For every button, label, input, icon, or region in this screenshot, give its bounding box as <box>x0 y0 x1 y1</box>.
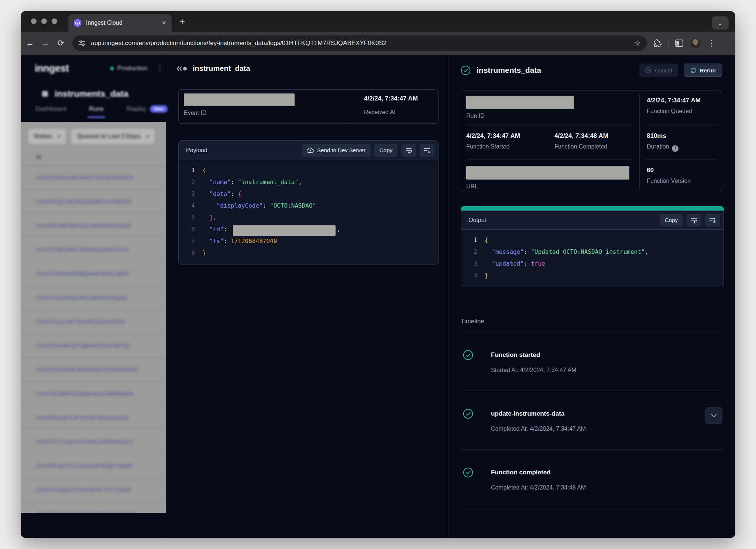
run-id-link[interactable]: 01HTFEG3FVJP7FZJP7EASXN3JR <box>36 415 128 421</box>
function-tabs: DashboardRunsReplayNew <box>21 105 166 122</box>
run-id-link[interactable]: 01HTFCR9KAPQP0R8PZK3MQNMXB <box>36 511 135 513</box>
redacted-url <box>466 166 629 180</box>
line-number: 2 <box>461 246 477 258</box>
close-window-button[interactable] <box>31 18 37 24</box>
send-button-label: Send to Dev Server <box>317 147 365 153</box>
tab-runs[interactable]: Runs <box>89 105 104 118</box>
chevron-down-icon: ▾ <box>147 134 149 139</box>
window-controls <box>31 18 57 24</box>
run-id-link[interactable]: 01HTFJ3B1PB27EWGK5Z086JYC8 <box>36 246 128 253</box>
cancel-button[interactable]: Cancel <box>639 64 678 77</box>
run-id-row[interactable]: 01HTFJ1DA6Q238SJWNH1E8Q2Q <box>21 285 166 309</box>
side-panel-icon[interactable] <box>675 40 683 47</box>
tab-dashboard[interactable]: Dashboard <box>35 105 66 118</box>
minimize-window-button[interactable] <box>41 18 47 24</box>
time-range-filter[interactable]: Queued in Last 3 Days ▾ <box>71 129 155 144</box>
send-to-dev-server-button[interactable]: Send to Dev Server <box>302 144 371 157</box>
inngest-logo[interactable]: inngest <box>35 63 69 74</box>
event-panel: instrument_data Event ID 4/2/24, 7:34:47… <box>166 55 449 538</box>
function-queued-label: Function Queued <box>647 108 692 114</box>
run-id-row[interactable]: 01HTFHXGR0CWNHSWY8TSNAVGRC <box>21 357 166 381</box>
chevron-updown-icon: ˄˅ <box>158 64 161 72</box>
timeline-item-detail: Completed At: 4/2/2024, 7:34:47 AM <box>491 426 724 432</box>
run-id-row[interactable]: 01HTFJ3B1PB27EWGK5Z086JYC8 <box>21 237 166 261</box>
run-id-row[interactable]: 01HTFG3BKPQSR0E4AS10BRARRN <box>21 381 166 405</box>
status-filter[interactable]: Status ▾ <box>28 129 66 144</box>
event-stream-icon <box>176 66 188 72</box>
tab-label: Runs <box>89 105 104 113</box>
run-details-card: Run ID 4/2/24, 7:34:47 AM Function Queue… <box>461 91 722 192</box>
tab-close-icon[interactable]: ✕ <box>162 20 166 26</box>
zoom-window-button[interactable] <box>52 18 57 24</box>
copy-payload-button[interactable]: Copy <box>374 144 398 157</box>
timeline-item-detail: Completed At: 4/2/2024, 7:34:48 AM <box>491 484 724 491</box>
run-id-link[interactable]: 01HTFCW27CZ2X3AZM75QEYNH8F <box>36 463 133 469</box>
payload-code[interactable]: 1{2 "name": "instrument_data",3 "data": … <box>179 160 438 264</box>
run-id-row[interactable]: 01HTFJ9HHVE0BQ48AF4DM13E9T <box>21 261 166 285</box>
line-number: 6 <box>179 224 195 235</box>
run-id-link[interactable]: 01HTFJ9HHVE0BQ48AF4DM13E9T <box>36 270 130 277</box>
cloud-upload-icon <box>307 147 314 153</box>
run-id-row[interactable]: 01HTFCYY2GYGYGDKJVP82NKXC2 <box>21 429 166 453</box>
run-id-link[interactable]: 01HTFJ1C7HF7RVN011Q3YD2S3 <box>36 318 125 325</box>
run-id-link[interactable]: 01HTFC5QG7ZYVXNZVC7VT1Z4K6 <box>36 487 131 493</box>
info-icon[interactable]: i <box>672 145 678 152</box>
bookmark-star-icon[interactable]: ☆ <box>634 39 641 48</box>
success-check-icon <box>461 65 471 75</box>
run-id-row[interactable]: 01HTFHYWF32TSB9HGT01F5BTBJ <box>21 333 166 357</box>
word-wrap-icon <box>405 147 412 153</box>
site-settings-tune-icon[interactable] <box>78 40 86 47</box>
run-id-link[interactable]: 01HTFKQT1M7RSJQABEXYF0K0S2 <box>36 198 131 205</box>
browser-menu-icon[interactable]: ⋮ <box>708 39 715 48</box>
extensions-icon[interactable] <box>653 39 662 47</box>
copy-button-label: Copy <box>379 147 392 153</box>
run-id-link[interactable]: 01HTFKMBPMD0ZAJ4AG04KD3A02 <box>36 222 131 229</box>
rerun-button[interactable]: Rerun <box>684 64 722 77</box>
env-status-dot-icon <box>110 67 114 70</box>
run-id-row[interactable]: 01HTFJ1C7HF7RVN011Q3YD2S3 <box>21 309 166 333</box>
payload-card: Payload Send to Dev Server Copy <box>178 140 439 265</box>
output-code[interactable]: 1{2 "message": "Updated OCTO:NASDAQ inst… <box>461 230 724 287</box>
word-wrap-button[interactable] <box>687 214 701 226</box>
run-title: instruments_data <box>477 66 633 75</box>
run-id-link[interactable]: 01HTFHYWF32TSB9HGT01F5BTBJ <box>36 342 130 349</box>
run-id-link[interactable]: 01HTFCYY2GYGYGDKJVP82NKXC2 <box>36 439 133 445</box>
run-id-row[interactable]: 01HTFN86XV8CXWS7S57W7E3WDY <box>21 165 166 189</box>
forward-icon[interactable]: → <box>39 38 52 48</box>
run-id-row[interactable]: 01HTFEG3FVJP7FZJP7EASXN3JR <box>21 405 166 429</box>
timeline-title: Timeline <box>461 318 484 325</box>
profile-avatar[interactable] <box>690 38 701 49</box>
run-id-row[interactable]: 01HTFCR9KAPQP0R8PZK3MQNMXB <box>21 501 166 513</box>
scroll-down-icon <box>424 147 430 153</box>
function-version-value: 60 <box>647 167 691 174</box>
env-name: Production <box>117 65 147 72</box>
word-wrap-button[interactable] <box>401 144 416 157</box>
run-id-link[interactable]: 01HTFJ1DA6Q238SJWNH1E8Q2Q <box>36 294 127 301</box>
run-id-row[interactable]: 01HTFKQT1M7RSJQABEXYF0K0S2 <box>21 189 166 213</box>
function-started-value: 4/2/24, 7:34:47 AM <box>466 132 520 140</box>
address-bar[interactable]: app.inngest.com/env/production/functions… <box>72 35 647 51</box>
run-id-link[interactable]: 01HTFHXGR0CWNHSWY8TSNAVGRC <box>36 366 138 373</box>
scroll-to-bottom-button[interactable] <box>705 214 720 226</box>
new-tab-button[interactable]: + <box>179 16 185 26</box>
event-title: instrument_data <box>193 64 250 73</box>
timeline-item: Function completedCompleted At: 4/2/2024… <box>461 450 724 508</box>
tab-search-chevron-icon[interactable]: ⌄ <box>712 16 729 30</box>
run-id-row[interactable]: 01HTFCW27CZ2X3AZM75QEYNH8F <box>21 453 166 477</box>
rerun-button-label: Rerun <box>700 67 716 74</box>
browser-tab[interactable]: Inngest Cloud ✕ <box>68 14 172 32</box>
expand-step-button[interactable] <box>705 407 722 424</box>
run-id-link[interactable]: 01HTFG3BKPQSR0E4AS10BRARRN <box>36 391 133 397</box>
run-id-link[interactable]: 01HTFN86XV8CXWS7S57W7E3WDY <box>36 174 134 181</box>
back-icon[interactable]: ← <box>24 38 36 48</box>
output-status-bar <box>461 206 724 211</box>
scroll-to-bottom-button[interactable] <box>420 144 434 157</box>
environment-selector[interactable]: Production ˄˅ <box>102 55 166 82</box>
redacted-run-id <box>466 96 574 109</box>
run-id-row[interactable]: 01HTFC5QG7ZYVXNZVC7VT1Z4K6 <box>21 477 166 501</box>
run-id-row[interactable]: 01HTFKMBPMD0ZAJ4AG04KD3A02 <box>21 213 166 237</box>
copy-output-button[interactable]: Copy <box>660 214 683 226</box>
tab-replay[interactable]: ReplayNew <box>127 105 168 118</box>
reload-icon[interactable]: ⟳ <box>55 38 67 48</box>
function-version-label: Function Version <box>647 178 691 184</box>
